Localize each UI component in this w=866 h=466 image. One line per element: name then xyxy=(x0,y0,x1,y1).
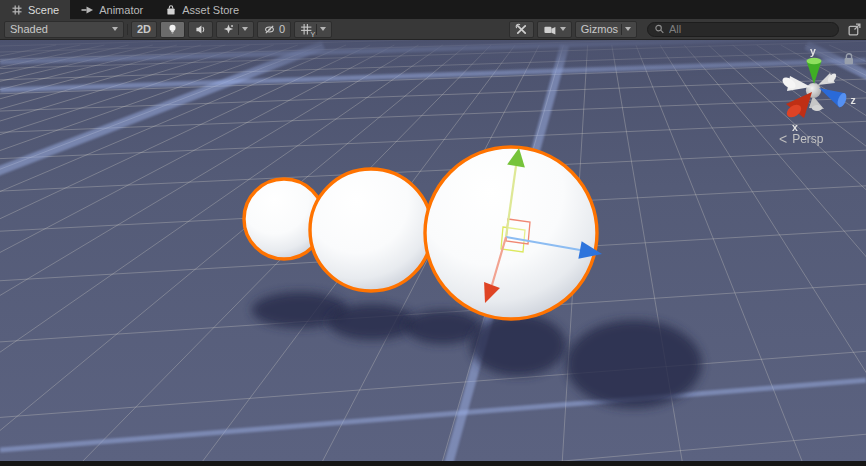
scene-toolbar: Shaded 2D xyxy=(0,19,866,40)
audio-toggle-button[interactable] xyxy=(188,21,213,38)
tools-button[interactable] xyxy=(509,21,534,38)
gizmo-y-axis-cone[interactable] xyxy=(807,61,822,84)
tab-asset-store[interactable]: Asset Store xyxy=(154,0,250,19)
hidden-count-label: 0 xyxy=(279,23,285,35)
effects-star-icon xyxy=(222,23,235,36)
tab-label: Asset Store xyxy=(182,4,239,16)
animator-icon xyxy=(81,4,94,16)
scene-search-field[interactable] xyxy=(647,22,839,37)
scene-viewport[interactable] xyxy=(0,40,866,461)
scene-grid-icon xyxy=(11,4,23,16)
speaker-icon xyxy=(194,23,207,36)
chevron-down-icon xyxy=(560,27,566,31)
chevron-down-icon xyxy=(112,27,118,31)
sphere-shadow xyxy=(405,310,481,344)
asset-store-bag-icon xyxy=(165,4,177,16)
lighting-toggle-button[interactable] xyxy=(160,21,185,38)
popout-button[interactable] xyxy=(847,22,862,37)
camera-dropdown-button[interactable] xyxy=(537,21,572,38)
sphere-shadow xyxy=(470,314,566,376)
tools-icon xyxy=(515,23,528,36)
hidden-objects-button[interactable]: 0 xyxy=(257,21,291,38)
search-input[interactable] xyxy=(669,23,832,35)
chevron-down-icon xyxy=(242,27,248,31)
grid-axis-icon: Y xyxy=(300,23,313,36)
sphere-shadow xyxy=(566,320,702,408)
popout-icon xyxy=(847,22,862,37)
gizmo-back-axis-cap xyxy=(812,105,822,111)
chevron-down-icon xyxy=(320,27,326,31)
effects-dropdown-button[interactable] xyxy=(216,21,254,38)
tab-animator[interactable]: Animator xyxy=(70,0,154,19)
divider xyxy=(238,24,239,35)
grid-axis-letter: Y xyxy=(311,31,316,38)
camera-icon xyxy=(543,23,557,36)
sphere-medium[interactable] xyxy=(310,169,432,291)
lock-icon[interactable] xyxy=(845,54,853,65)
lightbulb-icon xyxy=(166,23,179,36)
eye-off-icon xyxy=(263,23,276,36)
toggle-2d-button[interactable]: 2D xyxy=(131,21,157,38)
divider xyxy=(316,24,317,35)
gizmo-y-label: y xyxy=(810,46,816,57)
window-bottom-edge xyxy=(0,461,866,466)
persp-label: Persp xyxy=(792,132,823,146)
unity-scene-view-window: Scene Animator Asset Store Shaded 2D xyxy=(0,0,866,466)
draw-mode-label: Shaded xyxy=(10,23,48,35)
search-icon xyxy=(654,23,665,35)
gizmo-z-label: z xyxy=(851,94,856,106)
horizon-fog xyxy=(0,40,866,76)
gizmo-y-axis-cap xyxy=(807,58,822,64)
divider xyxy=(621,24,622,35)
sphere-shadow xyxy=(328,304,416,340)
divider xyxy=(127,24,128,35)
projection-indicator[interactable]: < Persp xyxy=(779,131,824,147)
tab-label: Animator xyxy=(99,4,143,16)
gizmos-label: Gizmos xyxy=(581,23,618,35)
tab-bar: Scene Animator Asset Store xyxy=(0,0,866,19)
persp-chevron-icon: < xyxy=(779,131,787,147)
gizmos-dropdown[interactable]: Gizmos xyxy=(575,21,637,38)
chevron-down-icon xyxy=(625,27,631,31)
2d-label: 2D xyxy=(137,23,151,35)
draw-mode-dropdown[interactable]: Shaded xyxy=(4,21,124,38)
tab-label: Scene xyxy=(28,4,59,16)
grid-visibility-dropdown[interactable]: Y xyxy=(294,21,332,38)
tab-scene[interactable]: Scene xyxy=(0,0,70,19)
